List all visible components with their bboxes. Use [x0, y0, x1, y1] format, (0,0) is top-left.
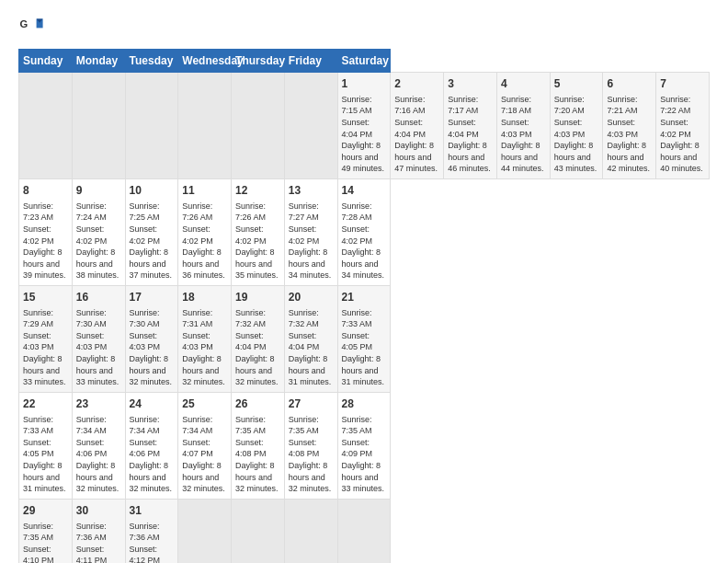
calendar-cell: 29Sunrise: 7:35 AMSunset: 4:10 PMDayligh… [19, 499, 73, 563]
calendar-cell: 4Sunrise: 7:18 AMSunset: 4:03 PMDaylight… [496, 73, 550, 179]
header: G [18, 14, 710, 40]
day-number: 25 [182, 396, 227, 412]
calendar-cell: 28Sunrise: 7:35 AMSunset: 4:09 PMDayligh… [337, 392, 391, 499]
day-number: 3 [448, 76, 493, 92]
calendar-cell [337, 499, 391, 563]
calendar-cell: 24Sunrise: 7:34 AMSunset: 4:06 PMDayligh… [125, 392, 178, 499]
calendar-cell: 3Sunrise: 7:17 AMSunset: 4:04 PMDaylight… [444, 73, 497, 179]
day-number: 18 [182, 290, 227, 305]
calendar-cell: 14Sunrise: 7:28 AMSunset: 4:02 PMDayligh… [337, 178, 391, 285]
calendar-cell: 11Sunrise: 7:26 AMSunset: 4:02 PMDayligh… [178, 178, 232, 285]
calendar-week-2: 8Sunrise: 7:23 AMSunset: 4:02 PMDaylight… [19, 178, 710, 285]
day-number: 5 [554, 76, 599, 92]
logo: G [18, 14, 48, 40]
calendar-week-1: 1Sunrise: 7:15 AMSunset: 4:04 PMDaylight… [19, 73, 710, 179]
day-number: 17 [130, 290, 175, 305]
day-number: 23 [76, 396, 121, 412]
svg-text:G: G [19, 18, 28, 29]
calendar-cell [232, 499, 285, 563]
calendar-cell [232, 73, 285, 179]
calendar-cell: 13Sunrise: 7:27 AMSunset: 4:02 PMDayligh… [284, 178, 337, 285]
weekday-header-row: SundayMondayTuesdayWednesdayThursdayFrid… [19, 50, 710, 73]
day-number: 27 [289, 396, 334, 412]
calendar-cell: 12Sunrise: 7:26 AMSunset: 4:02 PMDayligh… [232, 178, 285, 285]
calendar-cell: 16Sunrise: 7:30 AMSunset: 4:03 PMDayligh… [72, 285, 125, 392]
calendar-cell [178, 499, 232, 563]
calendar-week-5: 29Sunrise: 7:35 AMSunset: 4:10 PMDayligh… [19, 499, 710, 563]
weekday-header-friday: Friday [284, 50, 337, 73]
day-number: 6 [607, 76, 652, 92]
calendar-cell: 19Sunrise: 7:32 AMSunset: 4:04 PMDayligh… [232, 285, 285, 392]
logo-icon: G [18, 14, 44, 40]
calendar-page: G SundayMondayTuesdayWednesdayThursdayFr… [0, 0, 728, 563]
calendar-cell: 2Sunrise: 7:16 AMSunset: 4:04 PMDaylight… [391, 73, 444, 179]
calendar-cell: 6Sunrise: 7:21 AMSunset: 4:03 PMDaylight… [603, 73, 656, 179]
calendar-cell: 21Sunrise: 7:33 AMSunset: 4:05 PMDayligh… [337, 285, 391, 392]
day-number: 20 [289, 290, 334, 305]
calendar-cell [178, 73, 232, 179]
weekday-header-monday: Monday [72, 50, 125, 73]
calendar-cell: 7Sunrise: 7:22 AMSunset: 4:02 PMDaylight… [656, 73, 710, 179]
day-number: 10 [130, 183, 175, 199]
day-number: 16 [76, 290, 121, 305]
day-number: 4 [501, 76, 546, 92]
calendar-cell [19, 73, 73, 179]
calendar-week-3: 15Sunrise: 7:29 AMSunset: 4:03 PMDayligh… [19, 285, 710, 392]
calendar-cell: 20Sunrise: 7:32 AMSunset: 4:04 PMDayligh… [284, 285, 337, 392]
day-number: 29 [23, 503, 68, 519]
calendar-cell [284, 73, 337, 179]
day-number: 21 [342, 290, 387, 305]
day-number: 9 [76, 183, 121, 199]
calendar-cell: 8Sunrise: 7:23 AMSunset: 4:02 PMDaylight… [19, 178, 73, 285]
day-number: 7 [660, 76, 705, 92]
day-number: 11 [182, 183, 227, 199]
calendar-week-4: 22Sunrise: 7:33 AMSunset: 4:05 PMDayligh… [19, 392, 710, 499]
day-number: 1 [342, 76, 387, 92]
calendar-cell: 9Sunrise: 7:24 AMSunset: 4:02 PMDaylight… [72, 178, 125, 285]
calendar-cell: 10Sunrise: 7:25 AMSunset: 4:02 PMDayligh… [125, 178, 178, 285]
calendar-cell: 31Sunrise: 7:36 AMSunset: 4:12 PMDayligh… [125, 499, 178, 563]
day-number: 26 [235, 396, 280, 412]
weekday-header-sunday: Sunday [19, 50, 73, 73]
weekday-header-wednesday: Wednesday [178, 50, 232, 73]
calendar-cell: 17Sunrise: 7:30 AMSunset: 4:03 PMDayligh… [125, 285, 178, 392]
day-number: 13 [289, 183, 334, 199]
calendar-cell: 23Sunrise: 7:34 AMSunset: 4:06 PMDayligh… [72, 392, 125, 499]
calendar-cell: 18Sunrise: 7:31 AMSunset: 4:03 PMDayligh… [178, 285, 232, 392]
calendar-cell: 15Sunrise: 7:29 AMSunset: 4:03 PMDayligh… [19, 285, 73, 392]
calendar-cell: 5Sunrise: 7:20 AMSunset: 4:03 PMDaylight… [550, 73, 603, 179]
day-number: 30 [76, 503, 121, 519]
calendar-cell: 27Sunrise: 7:35 AMSunset: 4:08 PMDayligh… [284, 392, 337, 499]
calendar-table: SundayMondayTuesdayWednesdayThursdayFrid… [18, 49, 710, 563]
calendar-cell: 30Sunrise: 7:36 AMSunset: 4:11 PMDayligh… [72, 499, 125, 563]
day-number: 8 [23, 183, 68, 199]
day-number: 12 [235, 183, 280, 199]
calendar-cell [125, 73, 178, 179]
day-number: 28 [342, 396, 387, 412]
day-number: 14 [342, 183, 387, 199]
day-number: 24 [130, 396, 175, 412]
day-number: 22 [23, 396, 68, 412]
calendar-cell: 25Sunrise: 7:34 AMSunset: 4:07 PMDayligh… [178, 392, 232, 499]
calendar-cell: 1Sunrise: 7:15 AMSunset: 4:04 PMDaylight… [337, 73, 391, 179]
day-number: 19 [235, 290, 280, 305]
weekday-header-thursday: Thursday [232, 50, 285, 73]
calendar-cell: 22Sunrise: 7:33 AMSunset: 4:05 PMDayligh… [19, 392, 73, 499]
calendar-cell [284, 499, 337, 563]
calendar-cell: 26Sunrise: 7:35 AMSunset: 4:08 PMDayligh… [232, 392, 285, 499]
calendar-cell [72, 73, 125, 179]
day-number: 31 [130, 503, 175, 519]
day-number: 2 [394, 76, 439, 92]
day-number: 15 [23, 290, 68, 305]
weekday-header-saturday: Saturday [337, 50, 391, 73]
weekday-header-tuesday: Tuesday [125, 50, 178, 73]
